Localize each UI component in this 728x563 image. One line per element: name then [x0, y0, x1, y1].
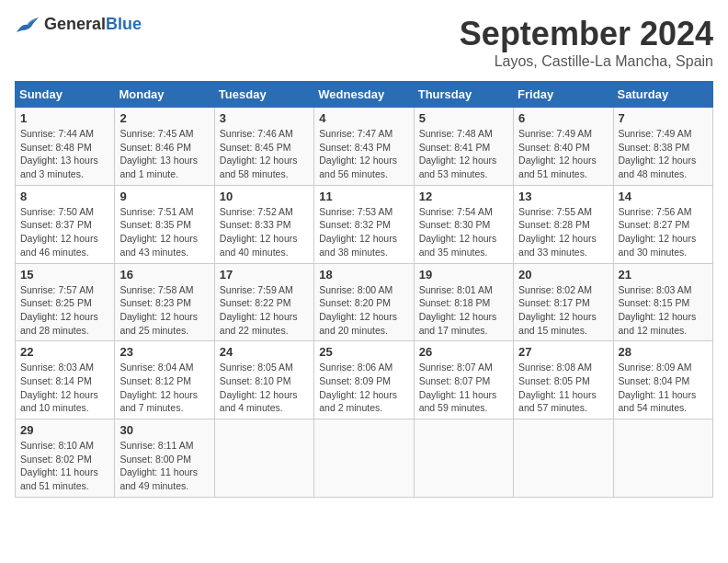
day-detail: Sunrise: 8:04 AM Sunset: 8:12 PM Dayligh…: [119, 361, 209, 415]
day-number: 8: [20, 190, 109, 203]
day-detail: Sunrise: 8:02 AM Sunset: 8:17 PM Dayligh…: [518, 283, 608, 338]
day-detail: Sunrise: 7:56 AM Sunset: 8:27 PM Dayligh…: [619, 205, 708, 259]
day-cell: 15Sunrise: 7:57 AM Sunset: 8:25 PM Dayli…: [16, 263, 115, 341]
day-cell: 13Sunrise: 7:55 AM Sunset: 8:28 PM Dayli…: [514, 185, 613, 263]
day-detail: Sunrise: 7:54 AM Sunset: 8:30 PM Dayligh…: [419, 205, 508, 259]
col-header-saturday: Saturday: [613, 82, 712, 108]
week-row-1: 1Sunrise: 7:44 AM Sunset: 8:48 PM Daylig…: [16, 108, 713, 186]
day-number: 27: [518, 345, 608, 359]
day-detail: Sunrise: 7:52 AM Sunset: 8:33 PM Dayligh…: [220, 205, 309, 259]
day-cell: 8Sunrise: 7:50 AM Sunset: 8:37 PM Daylig…: [16, 185, 115, 263]
day-detail: Sunrise: 8:11 AM Sunset: 8:00 PM Dayligh…: [119, 439, 209, 493]
day-number: 3: [220, 111, 309, 125]
day-detail: Sunrise: 7:55 AM Sunset: 8:28 PM Dayligh…: [518, 205, 608, 259]
day-cell: 7Sunrise: 7:49 AM Sunset: 8:38 PM Daylig…: [613, 108, 712, 186]
title-area: September 2024 Layos, Castille-La Mancha…: [460, 15, 713, 70]
col-header-thursday: Thursday: [414, 82, 513, 108]
day-number: 30: [119, 423, 209, 437]
day-cell: 3Sunrise: 7:46 AM Sunset: 8:45 PM Daylig…: [214, 108, 313, 186]
day-number: 16: [119, 268, 209, 282]
day-number: 7: [619, 111, 708, 125]
day-cell: 9Sunrise: 7:51 AM Sunset: 8:35 PM Daylig…: [115, 185, 214, 263]
day-detail: Sunrise: 7:49 AM Sunset: 8:38 PM Dayligh…: [619, 127, 708, 181]
day-cell: 22Sunrise: 8:03 AM Sunset: 8:14 PM Dayli…: [16, 341, 115, 419]
week-row-2: 8Sunrise: 7:50 AM Sunset: 8:37 PM Daylig…: [16, 185, 713, 263]
day-detail: Sunrise: 8:05 AM Sunset: 8:10 PM Dayligh…: [220, 361, 309, 415]
day-detail: Sunrise: 7:44 AM Sunset: 8:48 PM Dayligh…: [20, 127, 109, 181]
day-detail: Sunrise: 7:45 AM Sunset: 8:46 PM Dayligh…: [119, 127, 209, 181]
day-number: 14: [619, 190, 708, 203]
day-cell: 20Sunrise: 8:02 AM Sunset: 8:17 PM Dayli…: [514, 263, 613, 341]
day-number: 25: [319, 345, 408, 359]
day-number: 13: [518, 190, 608, 203]
day-detail: Sunrise: 8:01 AM Sunset: 8:18 PM Dayligh…: [419, 283, 508, 338]
day-number: 24: [220, 345, 309, 359]
day-cell: [514, 419, 613, 498]
logo-bird-icon: [15, 16, 40, 34]
day-number: 2: [119, 111, 209, 125]
day-cell: 19Sunrise: 8:01 AM Sunset: 8:18 PM Dayli…: [414, 263, 513, 341]
day-detail: Sunrise: 8:03 AM Sunset: 8:15 PM Dayligh…: [619, 283, 708, 338]
col-header-sunday: Sunday: [16, 82, 115, 108]
day-number: 20: [518, 268, 608, 282]
day-cell: 10Sunrise: 7:52 AM Sunset: 8:33 PM Dayli…: [214, 185, 313, 263]
location-title: Layos, Castille-La Mancha, Spain: [460, 53, 713, 70]
day-number: 15: [20, 268, 109, 282]
day-cell: 14Sunrise: 7:56 AM Sunset: 8:27 PM Dayli…: [613, 185, 712, 263]
week-row-3: 15Sunrise: 7:57 AM Sunset: 8:25 PM Dayli…: [16, 263, 713, 341]
day-number: 23: [119, 345, 209, 359]
day-cell: [314, 419, 414, 498]
day-cell: 2Sunrise: 7:45 AM Sunset: 8:46 PM Daylig…: [115, 108, 214, 186]
col-header-friday: Friday: [514, 82, 613, 108]
day-detail: Sunrise: 7:49 AM Sunset: 8:40 PM Dayligh…: [518, 127, 608, 181]
day-cell: 23Sunrise: 8:04 AM Sunset: 8:12 PM Dayli…: [115, 341, 214, 419]
logo: GeneralBlue: [15, 15, 142, 34]
header: GeneralBlue September 2024 Layos, Castil…: [15, 15, 713, 70]
day-detail: Sunrise: 7:58 AM Sunset: 8:23 PM Dayligh…: [119, 283, 209, 338]
logo-general: General: [44, 15, 106, 33]
day-detail: Sunrise: 7:51 AM Sunset: 8:35 PM Dayligh…: [119, 205, 209, 259]
col-header-monday: Monday: [115, 82, 214, 108]
day-number: 18: [319, 268, 408, 282]
day-detail: Sunrise: 8:08 AM Sunset: 8:05 PM Dayligh…: [518, 361, 608, 415]
logo-blue: Blue: [106, 15, 142, 33]
day-cell: 25Sunrise: 8:06 AM Sunset: 8:09 PM Dayli…: [314, 341, 414, 419]
day-number: 6: [518, 111, 608, 125]
day-number: 1: [20, 111, 109, 125]
day-cell: 5Sunrise: 7:48 AM Sunset: 8:41 PM Daylig…: [414, 108, 513, 186]
logo-text: GeneralBlue: [44, 15, 142, 34]
day-number: 5: [419, 111, 508, 125]
day-detail: Sunrise: 8:06 AM Sunset: 8:09 PM Dayligh…: [319, 361, 408, 415]
day-number: 11: [319, 190, 408, 203]
day-cell: 28Sunrise: 8:09 AM Sunset: 8:04 PM Dayli…: [613, 341, 712, 419]
col-header-tuesday: Tuesday: [214, 82, 313, 108]
day-cell: 11Sunrise: 7:53 AM Sunset: 8:32 PM Dayli…: [314, 185, 414, 263]
day-detail: Sunrise: 8:09 AM Sunset: 8:04 PM Dayligh…: [619, 361, 708, 415]
day-number: 28: [619, 345, 708, 359]
day-cell: 12Sunrise: 7:54 AM Sunset: 8:30 PM Dayli…: [414, 185, 513, 263]
day-cell: 4Sunrise: 7:47 AM Sunset: 8:43 PM Daylig…: [314, 108, 414, 186]
day-detail: Sunrise: 7:48 AM Sunset: 8:41 PM Dayligh…: [419, 127, 508, 181]
day-cell: 17Sunrise: 7:59 AM Sunset: 8:22 PM Dayli…: [214, 263, 313, 341]
week-row-4: 22Sunrise: 8:03 AM Sunset: 8:14 PM Dayli…: [16, 341, 713, 419]
day-number: 10: [220, 190, 309, 203]
day-detail: Sunrise: 7:53 AM Sunset: 8:32 PM Dayligh…: [319, 205, 408, 259]
day-number: 29: [20, 423, 109, 437]
day-cell: 1Sunrise: 7:44 AM Sunset: 8:48 PM Daylig…: [16, 108, 115, 186]
day-cell: 24Sunrise: 8:05 AM Sunset: 8:10 PM Dayli…: [214, 341, 313, 419]
day-detail: Sunrise: 8:00 AM Sunset: 8:20 PM Dayligh…: [319, 283, 408, 338]
day-detail: Sunrise: 7:50 AM Sunset: 8:37 PM Dayligh…: [20, 205, 109, 259]
day-cell: [414, 419, 513, 498]
day-cell: 21Sunrise: 8:03 AM Sunset: 8:15 PM Dayli…: [613, 263, 712, 341]
day-detail: Sunrise: 7:59 AM Sunset: 8:22 PM Dayligh…: [220, 283, 309, 338]
day-number: 19: [419, 268, 508, 282]
col-header-wednesday: Wednesday: [314, 82, 414, 108]
day-cell: 6Sunrise: 7:49 AM Sunset: 8:40 PM Daylig…: [514, 108, 613, 186]
month-title: September 2024: [460, 15, 713, 53]
day-cell: [613, 419, 712, 498]
day-number: 12: [419, 190, 508, 203]
day-detail: Sunrise: 7:47 AM Sunset: 8:43 PM Dayligh…: [319, 127, 408, 181]
day-cell: 29Sunrise: 8:10 AM Sunset: 8:02 PM Dayli…: [16, 419, 115, 498]
day-detail: Sunrise: 8:07 AM Sunset: 8:07 PM Dayligh…: [419, 361, 508, 415]
day-detail: Sunrise: 7:46 AM Sunset: 8:45 PM Dayligh…: [220, 127, 309, 181]
